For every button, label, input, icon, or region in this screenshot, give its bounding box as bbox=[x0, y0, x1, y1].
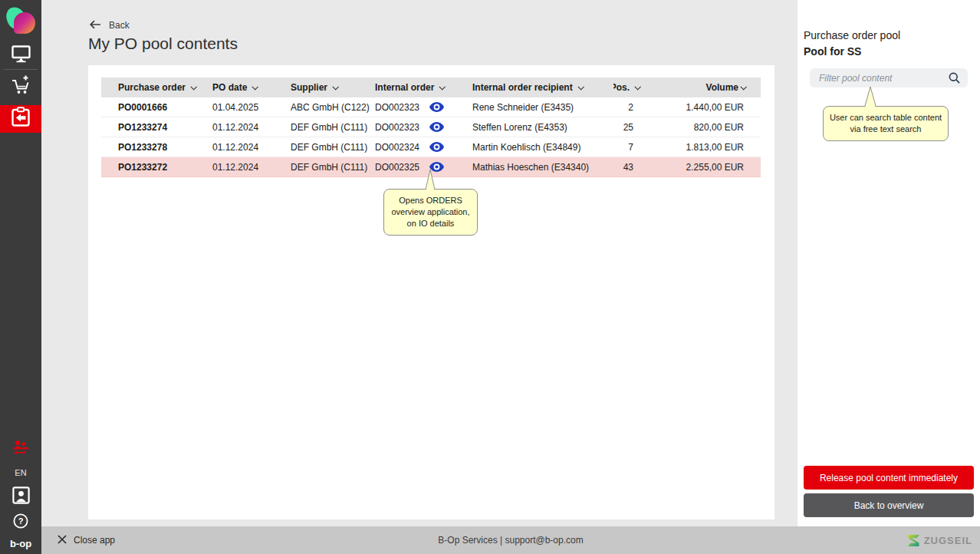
cell-recipient: Rene Schneider (E3435) bbox=[469, 102, 613, 113]
cell-po-date: 01.12.2024 bbox=[209, 122, 288, 133]
eye-icon[interactable] bbox=[429, 122, 444, 132]
language-switcher[interactable]: EN bbox=[15, 468, 26, 477]
cell-recipient: Mathias Hoeschen (E34340) bbox=[469, 162, 613, 173]
back-arrow-icon bbox=[90, 18, 101, 32]
table-row[interactable]: PO1233274 01.12.2024 DEF GmbH (C111) DO0… bbox=[101, 117, 761, 137]
cell-pos: 7 bbox=[613, 142, 646, 153]
sort-chevron-icon bbox=[332, 84, 338, 90]
table-header-row: Purchase order PO date Supplier Internal… bbox=[101, 77, 761, 97]
sort-chevron-icon bbox=[439, 84, 446, 90]
logo-blob-shape bbox=[14, 12, 35, 34]
search-tooltip: User can search table content via free t… bbox=[823, 106, 949, 141]
back-label: Back bbox=[109, 20, 130, 31]
panel-subtitle: Pool for SS bbox=[804, 45, 861, 58]
monitor-icon bbox=[12, 45, 31, 66]
column-header-internal-order-recipient[interactable]: Internal order recipient bbox=[469, 82, 613, 93]
sidebar-bottom-group: EN ? b bbox=[0, 440, 41, 549]
cart-add-icon bbox=[10, 74, 31, 99]
column-header-po-date[interactable]: PO date bbox=[209, 82, 288, 93]
search-icon bbox=[949, 72, 960, 84]
cell-purchase-order: PO1233272 bbox=[115, 162, 209, 173]
svg-text:?: ? bbox=[18, 516, 24, 526]
filter-pool-input[interactable] bbox=[810, 73, 949, 84]
close-icon bbox=[58, 533, 67, 547]
cell-internal-order: DO002325 bbox=[375, 162, 419, 173]
cell-po-date: 01.12.2024 bbox=[209, 162, 288, 173]
cell-volume: 820,00 EUR bbox=[646, 122, 761, 133]
sidebar-item-profile[interactable] bbox=[12, 486, 30, 507]
cell-recipient: Steffen Lorenz (E4353) bbox=[469, 122, 613, 133]
column-header-purchase-order[interactable]: Purchase order bbox=[115, 82, 209, 93]
sort-chevron-icon bbox=[634, 84, 640, 90]
app-window: EN ? b bbox=[0, 0, 980, 554]
avatar-icon bbox=[12, 493, 30, 506]
zugseil-logo: ZUGSEIL bbox=[907, 535, 972, 546]
content-card: Purchase order PO date Supplier Internal… bbox=[88, 65, 774, 519]
clipboard-return-icon bbox=[9, 106, 32, 132]
search-tooltip-pointer bbox=[862, 87, 879, 108]
cell-supplier: DEF GmbH (C111) bbox=[288, 142, 372, 153]
cell-po-date: 01.04.2025 bbox=[209, 102, 288, 113]
app-rail-sidebar: EN ? b bbox=[0, 0, 41, 554]
sort-chevron-icon bbox=[577, 84, 584, 90]
eye-icon[interactable] bbox=[429, 142, 444, 152]
cell-purchase-order: PO0001666 bbox=[115, 102, 209, 113]
cell-supplier: DEF GmbH (C111) bbox=[288, 162, 372, 173]
column-header-internal-order[interactable]: Internal order bbox=[372, 82, 469, 93]
eye-tooltip-pointer bbox=[422, 170, 439, 192]
release-pool-button[interactable]: Release pool content immediately bbox=[804, 466, 974, 490]
footer-bar: B-Op Services | support@b-op.com Close a… bbox=[41, 526, 980, 554]
sidebar-item-add-to-cart[interactable] bbox=[0, 70, 41, 104]
cell-internal-order: DO002323 bbox=[375, 102, 419, 113]
sidebar-item-po-pool-active[interactable] bbox=[0, 105, 41, 133]
close-app-button[interactable]: Close app bbox=[58, 533, 115, 547]
app-logo[interactable] bbox=[0, 0, 41, 41]
cell-supplier: DEF GmbH (C111) bbox=[288, 122, 372, 133]
cell-recipient: Martin Koehlisch (E34849) bbox=[469, 142, 613, 153]
cell-purchase-order: PO1233274 bbox=[115, 122, 209, 133]
cell-pos: 43 bbox=[613, 162, 646, 173]
cell-supplier: ABC GmbH (C122) bbox=[288, 102, 372, 113]
back-button[interactable]: Back bbox=[90, 18, 130, 32]
sidebar-item-desktop[interactable] bbox=[0, 41, 41, 69]
cell-internal-order: DO002324 bbox=[375, 142, 419, 153]
cell-volume: 1.440,00 EUR bbox=[646, 102, 761, 113]
users-transfer-icon bbox=[11, 445, 31, 458]
column-header-supplier[interactable]: Supplier bbox=[288, 82, 372, 93]
zugseil-brand-name: ZUGSEIL bbox=[924, 535, 972, 546]
help-icon: ? bbox=[13, 518, 28, 531]
zugseil-z-icon bbox=[907, 535, 920, 546]
po-pool-table: Purchase order PO date Supplier Internal… bbox=[101, 77, 761, 177]
eye-tooltip: Opens ORDERS overview application, on IO… bbox=[383, 189, 478, 236]
b-op-logo: b-op bbox=[10, 538, 31, 549]
sort-chevron-icon bbox=[740, 84, 746, 90]
cell-pos: 25 bbox=[613, 122, 646, 133]
right-panel: Purchase order pool Pool for SS User can… bbox=[797, 0, 980, 526]
support-text: B-Op Services | support@b-op.com bbox=[41, 535, 980, 546]
panel-title: Purchase order pool bbox=[804, 29, 900, 41]
eye-icon[interactable] bbox=[429, 102, 444, 112]
filter-input-wrap bbox=[810, 68, 968, 87]
sidebar-item-help[interactable]: ? bbox=[13, 513, 28, 532]
page-title: My PO pool contents bbox=[88, 35, 238, 53]
column-header-volume[interactable]: Volume bbox=[646, 82, 761, 93]
cell-internal-order: DO002323 bbox=[375, 122, 419, 133]
cell-volume: 2.255,00 EUR bbox=[646, 162, 761, 173]
header-select-column bbox=[101, 77, 115, 97]
cell-pos: 2 bbox=[613, 102, 646, 113]
sort-chevron-icon bbox=[191, 84, 197, 90]
cell-po-date: 01.12.2024 bbox=[209, 142, 288, 153]
close-app-label: Close app bbox=[74, 535, 115, 546]
column-header-pos[interactable]: Pos. bbox=[613, 82, 646, 93]
sort-chevron-icon bbox=[252, 84, 258, 90]
table-row[interactable]: PO0001666 01.04.2025 ABC GmbH (C122) DO0… bbox=[101, 97, 761, 117]
cell-purchase-order: PO1233278 bbox=[115, 142, 209, 153]
table-row[interactable]: PO1233278 01.12.2024 DEF GmbH (C111) DO0… bbox=[101, 137, 761, 157]
sidebar-item-user-handover[interactable] bbox=[11, 440, 31, 459]
cell-volume: 1.813,00 EUR bbox=[646, 142, 761, 153]
back-to-overview-button[interactable]: Back to overview bbox=[804, 493, 974, 517]
